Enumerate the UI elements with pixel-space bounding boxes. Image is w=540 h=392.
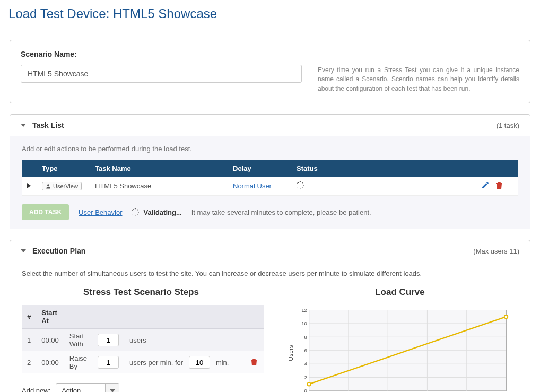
execution-plan-header[interactable]: Execution Plan (Max users 11) [10,240,530,262]
table-row: UserView HTML5 Showcase Normal User [22,177,518,196]
execution-plan-title: Execution Plan [32,247,85,255]
data-point [504,315,508,319]
data-point [307,382,311,386]
raise-min-input[interactable] [189,356,210,369]
validating-status: Validating... [132,208,181,216]
svg-text:12: 12 [301,308,307,313]
svg-point-0 [47,184,49,186]
chevron-down-icon [21,249,26,252]
raise-users-input[interactable] [98,356,119,369]
col-delay: Delay [228,160,291,177]
scenario-panel: Scenario Name: Every time you run a Stre… [10,40,530,103]
task-list-panel: Task List (1 task) Add or edit actions t… [10,114,530,229]
col-type: Type [37,160,90,177]
scenario-help-text: Every time you run a Stress Test you can… [318,65,519,93]
svg-text:6: 6 [304,347,307,353]
edit-icon[interactable] [481,181,490,191]
svg-text:8: 8 [304,334,307,340]
task-name-cell: HTML5 Showcase [90,177,228,196]
patience-text: It may take several minutes to complete,… [191,208,371,216]
chevron-down-icon [21,124,26,127]
y-axis-label: Users [288,345,294,361]
expand-row-icon[interactable] [27,183,31,188]
loading-spinner-icon [297,181,304,189]
user-icon [46,184,51,189]
step-row: 1 00:00 Start With users [22,329,264,352]
trash-icon[interactable] [495,181,503,191]
task-type-tag[interactable]: UserView [42,182,82,190]
svg-text:10: 10 [301,320,307,326]
start-users-input[interactable] [98,334,119,346]
steps-title: Stress Test Scenario Steps [22,287,260,298]
execution-plan-panel: Execution Plan (Max users 11) Select the… [10,240,530,392]
execution-plan-meta: (Max users 11) [473,247,519,255]
add-task-button[interactable]: ADD TASK [22,204,69,220]
task-list-title: Task List [32,121,64,129]
col-name: Task Name [90,160,228,177]
scenario-name-input[interactable] [21,65,302,83]
task-delay-link[interactable]: Normal User [233,182,272,190]
svg-text:2: 2 [304,374,307,380]
load-curve-title: Load Curve [282,287,518,298]
user-behavior-link[interactable]: User Behavior [79,208,122,216]
task-table: Type Task Name Delay Status UserView [22,160,518,196]
loading-spinner-icon [132,208,139,216]
chevron-down-icon [105,384,119,392]
steps-table: # Start At 1 00:00 Start With [22,305,264,373]
trash-icon[interactable] [250,360,258,368]
col-status: Status [291,160,476,177]
scenario-name-label: Scenario Name: [21,50,519,58]
execution-hint: Select the number of simultaneous users … [22,269,518,277]
add-new-select[interactable]: Action [56,383,119,392]
load-curve-chart: 0 2 4 6 8 10 12 00:00 02:00 04:00 [282,305,518,392]
page-title: Load Test Device: HTML5 Showcase [0,0,540,29]
task-list-header[interactable]: Task List (1 task) [10,115,530,136]
svg-text:4: 4 [304,361,307,367]
add-new-label: Add new: [22,387,50,392]
col-num: # [22,305,36,329]
task-list-hint: Add or edit actions to be performed duri… [22,145,518,153]
col-start: Start At [36,305,64,329]
svg-text:0: 0 [304,388,307,392]
step-row: 2 00:00 Raise By users per min. for min. [22,351,264,373]
task-list-count: (1 task) [497,121,519,129]
